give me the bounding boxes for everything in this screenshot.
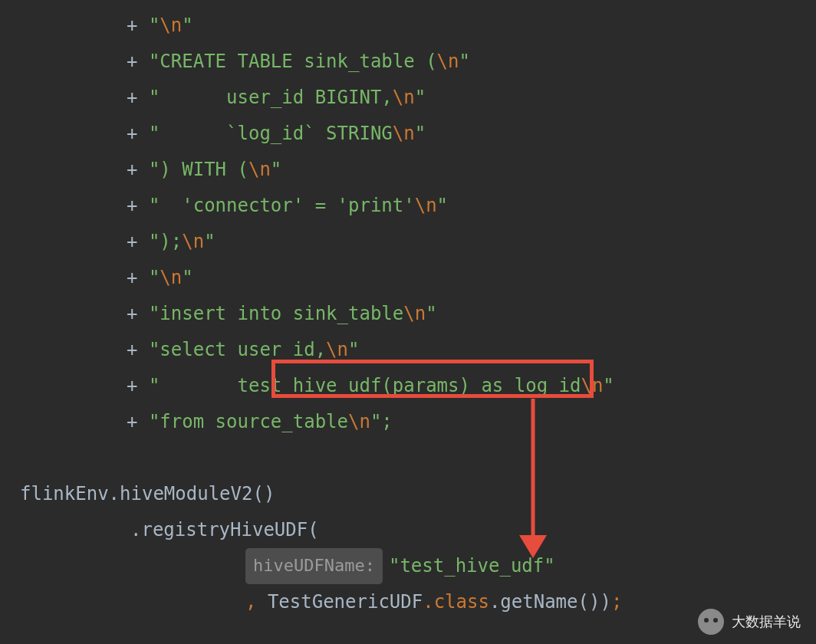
- code-line: , TestGenericUDF.class.getName());: [8, 584, 816, 620]
- code-line: .registryHiveUDF(: [8, 512, 816, 548]
- watermark-text: 大数据羊说: [732, 613, 801, 631]
- code-line: + "insert into sink_table\n": [8, 296, 816, 332]
- code-line: + ") WITH (\n": [8, 152, 816, 188]
- code-editor[interactable]: + "\n" + "CREATE TABLE sink_table (\n" +…: [0, 0, 816, 620]
- parameter-hint: hiveUDFName:: [245, 548, 383, 584]
- code-line: + "from source_table\n";: [8, 404, 816, 440]
- code-line: + "\n": [8, 8, 816, 44]
- watermark: 大数据羊说: [698, 609, 801, 635]
- code-line: + "CREATE TABLE sink_table (\n": [8, 44, 816, 80]
- code-line: + " user_id BIGINT,\n": [8, 80, 816, 116]
- code-line: + ");\n": [8, 224, 816, 260]
- code-line: + "\n": [8, 260, 816, 296]
- code-line: + "select user_id,\n": [8, 332, 816, 368]
- code-line: hiveUDFName:"test_hive_udf": [8, 548, 816, 584]
- code-line: + " test_hive_udf(params) as log_id\n": [8, 368, 816, 404]
- code-line: + " 'connector' = 'print'\n": [8, 188, 816, 224]
- code-line: flinkEnv.hiveModuleV2(): [8, 476, 816, 512]
- watermark-icon: [698, 609, 724, 635]
- code-line: + " `log_id` STRING\n": [8, 116, 816, 152]
